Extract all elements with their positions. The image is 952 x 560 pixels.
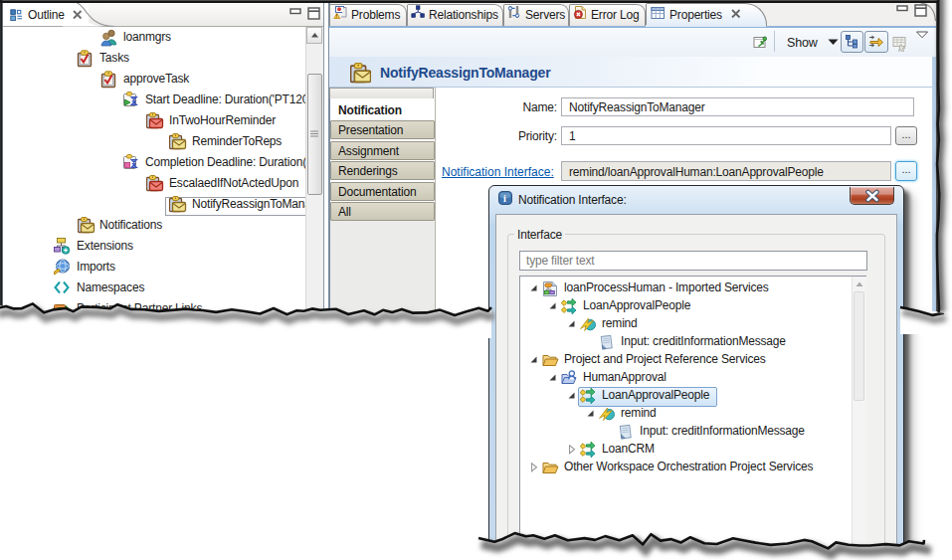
svg-text:i: i xyxy=(503,193,506,204)
